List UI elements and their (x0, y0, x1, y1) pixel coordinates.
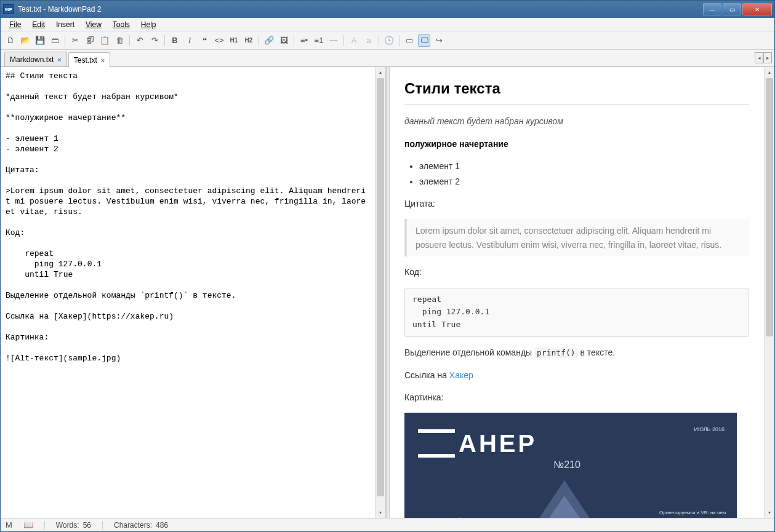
code-label: Код: (404, 265, 749, 279)
live-preview-icon[interactable]: 🖵 (418, 34, 430, 47)
tab-bar: Markdown.txt × Test.txt × ◂ ▸ (1, 50, 774, 67)
toolbar: 🗋 📂 💾 🗃 ✂ 🗐 📋 🗑 ↶ ↷ B I ❝ <> H1 H2 🔗 🖼 ≡… (1, 31, 774, 50)
menubar: File Edit Insert View Tools Help (1, 18, 774, 31)
image-issue-number: №210 (553, 457, 580, 473)
preview-italic-text: данный текст будет набран курсивом (404, 116, 563, 126)
markdown-editor[interactable]: ## Стили текста *данный текст будет набр… (1, 67, 375, 518)
image-icon[interactable]: 🖼 (278, 34, 290, 47)
preview-bold-text: полужирное начертание (404, 139, 508, 149)
preview-link[interactable]: Хакер (449, 370, 473, 380)
preview-pane: Стили текста данный текст будет набран к… (390, 67, 774, 518)
copy-icon[interactable]: 🗐 (84, 34, 96, 47)
open-file-icon[interactable]: 📂 (19, 34, 31, 47)
inline-code: printf() (534, 347, 578, 358)
tab-scroll-left-icon[interactable]: ◂ (755, 52, 763, 63)
image-issue-date: ИЮЛЬ 2016 (694, 425, 725, 434)
paste-icon[interactable]: 📋 (98, 34, 111, 47)
save-all-icon[interactable]: 🗃 (49, 34, 61, 47)
hr-icon[interactable]: — (327, 34, 340, 47)
preview-blockquote: Lorem ipsum dolor sit amet, consectetuer… (404, 219, 749, 256)
redo-icon[interactable]: ↷ (148, 34, 161, 47)
preview-image: AHEP ИЮЛЬ 2016 №210 Меняем рутованный An… (404, 413, 737, 518)
editor-pane: ## Стили текста *данный текст будет набр… (1, 67, 386, 518)
separator (343, 35, 344, 46)
scroll-thumb[interactable] (377, 78, 384, 496)
image-caption-left: Меняем рутованный Android до неузнаваемо… (414, 516, 482, 518)
markdown-preview: Стили текста данный текст будет набран к… (390, 67, 764, 518)
scroll-down-icon[interactable]: ▾ (375, 507, 385, 518)
save-icon[interactable]: 💾 (34, 34, 46, 47)
char-count: Characters: 486 (114, 521, 168, 530)
separator (129, 35, 130, 46)
bold-icon[interactable]: B (169, 34, 181, 47)
quote-icon[interactable]: ❝ (198, 34, 211, 47)
italic-icon[interactable]: I (183, 34, 196, 47)
tab-scroll-buttons: ◂ ▸ (755, 52, 772, 63)
window-controls: — ▭ ✕ (703, 3, 772, 15)
menu-view[interactable]: View (81, 19, 106, 30)
statusbar: M 📖 Words: 56 Characters: 486 (1, 518, 774, 531)
undo-icon[interactable]: ↶ (134, 34, 146, 47)
window-title: Test.txt - MarkdownPad 2 (18, 5, 703, 14)
ul-icon[interactable]: ≡• (298, 34, 310, 47)
scroll-up-icon[interactable]: ▴ (765, 67, 774, 77)
preview-heading: Стили текста (404, 77, 749, 105)
export-icon[interactable]: ↪ (433, 34, 445, 47)
menu-insert[interactable]: Insert (51, 19, 79, 30)
inline-code-paragraph: Выделение отдельной команды printf() в т… (404, 346, 749, 360)
separator (379, 35, 379, 46)
content-area: ## Стили текста *данный текст будет набр… (1, 67, 774, 518)
preview-code-block: repeat ping 127.0.0.1 until True (404, 288, 749, 337)
separator (259, 35, 259, 46)
image-label: Картинка: (404, 391, 749, 404)
app-icon: MP (3, 4, 14, 14)
tab-close-icon[interactable]: × (101, 57, 105, 64)
toggle-preview-icon[interactable]: ▭ (403, 34, 416, 47)
new-file-icon[interactable]: 🗋 (4, 34, 17, 47)
maximize-button[interactable]: ▭ (723, 3, 741, 15)
timestamp-icon[interactable]: 🕓 (383, 34, 395, 47)
image-caption-right: Ориентируемся в VR: на чем пишут софт дл… (659, 509, 727, 518)
separator (294, 35, 294, 46)
scroll-up-icon[interactable]: ▴ (375, 67, 385, 77)
quote-label: Цитата: (404, 197, 749, 210)
code-icon[interactable]: <> (213, 34, 225, 47)
ol-icon[interactable]: ≡1 (313, 34, 325, 47)
uppercase-icon[interactable]: A (348, 34, 360, 47)
tab-markdown-txt[interactable]: Markdown.txt × (4, 52, 67, 66)
list-item: элемент 1 (419, 159, 749, 173)
link-icon[interactable]: 🔗 (263, 34, 275, 47)
word-count: Words: 56 (56, 521, 91, 530)
separator (164, 35, 165, 46)
editor-scrollbar[interactable]: ▴ ▾ (375, 67, 385, 518)
tab-label: Test.txt (74, 56, 97, 65)
link-paragraph: Ссылка на Хакер (404, 368, 749, 382)
menu-edit[interactable]: Edit (27, 19, 50, 30)
h1-icon[interactable]: H1 (228, 34, 240, 47)
menu-help[interactable]: Help (136, 19, 161, 30)
list-item: элемент 2 (419, 175, 749, 188)
tab-test-txt[interactable]: Test.txt × (68, 52, 110, 67)
preview-list: элемент 1 элемент 2 (419, 159, 749, 188)
menu-file[interactable]: File (4, 19, 26, 30)
app-window: MP Test.txt - MarkdownPad 2 — ▭ ✕ File E… (0, 0, 775, 532)
lowercase-icon[interactable]: a (363, 34, 375, 47)
book-icon[interactable]: 📖 (23, 520, 33, 530)
tab-scroll-right-icon[interactable]: ▸ (763, 52, 772, 63)
separator (65, 35, 65, 46)
tab-close-icon[interactable]: × (57, 56, 61, 63)
close-button[interactable]: ✕ (742, 3, 772, 15)
scroll-thumb[interactable] (766, 78, 773, 336)
h2-icon[interactable]: H2 (243, 34, 255, 47)
cut-icon[interactable]: ✂ (69, 34, 81, 47)
tab-label: Markdown.txt (10, 55, 54, 64)
separator (399, 35, 400, 46)
titlebar[interactable]: MP Test.txt - MarkdownPad 2 — ▭ ✕ (1, 1, 774, 18)
preview-scrollbar[interactable]: ▴ ▾ (764, 67, 774, 518)
delete-icon[interactable]: 🗑 (113, 34, 126, 47)
image-logo: AHEP (418, 424, 537, 463)
menu-tools[interactable]: Tools (108, 19, 135, 30)
minimize-button[interactable]: — (703, 3, 721, 15)
scroll-down-icon[interactable]: ▾ (765, 507, 774, 518)
markdown-mode-icon[interactable]: M (6, 520, 12, 530)
